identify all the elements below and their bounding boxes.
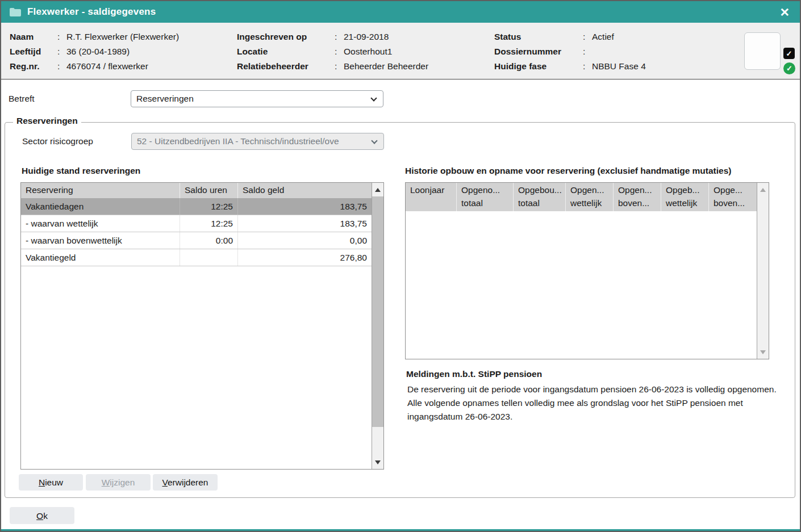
naam-value: R.T. Flexwerker (Flexwerker) — [66, 30, 179, 44]
header-column-3: Status:Actief Dossiernummer: Huidige fas… — [494, 30, 646, 74]
scroll-up-icon[interactable] — [372, 183, 383, 196]
relatiebeheerder-value: Beheerder Beheerder — [344, 59, 428, 74]
field-label: Leeftijd — [10, 44, 57, 59]
sector-risicogroep-row: Sector risicogroep 52 - Uitzendbedrijven… — [22, 133, 384, 150]
nieuw-button[interactable]: Nieuw — [19, 474, 83, 491]
column-header-loonjaar[interactable]: Loonjaar — [406, 183, 457, 211]
table-header-row: Loonjaar Opgeno...totaal Opgebou...totaa… — [406, 183, 757, 211]
meldingen-title: Meldingen m.b.t. StiPP pensioen — [406, 369, 542, 379]
historie-table-body: Loonjaar Opgeno...totaal Opgebou...totaa… — [406, 183, 757, 359]
verwijderen-button[interactable]: Verwijderen — [153, 474, 218, 491]
column-header-opgenomen-bovenwettelijk[interactable]: Opgen...boven... — [614, 183, 661, 211]
locatie-value: Oosterhout1 — [344, 44, 428, 59]
meldingen-text: De reservering uit de periode voor ingan… — [407, 383, 778, 424]
column-header-opgenomen-wettelijk[interactable]: Opgen...wettelijk — [566, 183, 614, 211]
column-header-opgebouwd-totaal[interactable]: Opgebou...totaal — [514, 183, 566, 211]
reserveringen-groupbox: Reserveringen Sector risicogroep 52 - Ui… — [5, 122, 795, 498]
folder-icon — [9, 7, 22, 17]
field-label: Naam — [10, 30, 57, 44]
window-title: Flexwerker - saldigegevens — [27, 6, 156, 18]
betreft-row: Betreft Reserveringen — [9, 90, 383, 107]
photo-placeholder — [744, 32, 781, 70]
table-row-vakantiegeld[interactable]: Vakantiegeld 276,80 — [21, 249, 372, 266]
huidige-stand-table: Reservering Saldo uren Saldo geld Vakant… — [20, 182, 384, 470]
historie-table: Loonjaar Opgeno...totaal Opgebou...totaa… — [405, 182, 769, 359]
field-label: Relatiebeheerder — [237, 59, 335, 74]
leeftijd-value: 36 (20-04-1989) — [66, 44, 179, 59]
chevron-down-icon — [370, 95, 377, 101]
table-row-vakantiedagen[interactable]: Vakantiedagen 12:25 183,75 — [21, 198, 372, 215]
ok-button[interactable]: Ok — [10, 507, 74, 524]
field-label: Reg.nr. — [10, 59, 57, 74]
huidige-stand-title: Huidige stand reserveringen — [22, 166, 140, 176]
huidige-stand-scrollbar[interactable] — [372, 183, 383, 469]
field-label: Status — [494, 30, 583, 44]
historie-scrollbar[interactable] — [757, 183, 769, 359]
sector-selected-value: 52 - Uitzendbedrijven IIA - Technisch/in… — [137, 136, 339, 146]
betreft-selected-value: Reserveringen — [136, 94, 194, 103]
dossiernummer-value — [592, 44, 646, 59]
scroll-down-icon[interactable] — [372, 455, 383, 469]
column-header-saldo-geld[interactable]: Saldo geld — [238, 183, 372, 198]
ingeschreven-op-value: 21-09-2018 — [344, 30, 428, 44]
scroll-up-icon[interactable] — [757, 183, 769, 196]
wijzigen-button: Wijzigen — [86, 474, 151, 491]
status-ok-icon: ✓ — [783, 62, 795, 74]
field-label: Dossiernummer — [494, 44, 583, 59]
header-column-1: Naam:R.T. Flexwerker (Flexwerker) Leefti… — [10, 30, 179, 74]
column-header-reservering[interactable]: Reservering — [21, 183, 180, 198]
window-bottom-accent — [1, 529, 800, 531]
table-row-waarvan-wettelijk[interactable]: - waarvan wettelijk 12:25 183,75 — [21, 215, 372, 232]
status-value: Actief — [592, 30, 646, 44]
column-header-opgenomen-totaal[interactable]: Opgeno...totaal — [457, 183, 514, 211]
close-icon[interactable]: ✕ — [777, 5, 792, 19]
sector-risicogroep-label: Sector risicogroep — [22, 133, 131, 150]
check-icon: ✓ — [786, 64, 792, 73]
chevron-down-icon — [371, 137, 377, 144]
field-label: Locatie — [237, 44, 335, 59]
table-header-row: Reservering Saldo uren Saldo geld — [21, 183, 372, 198]
titlebar: Flexwerker - saldigegevens ✕ — [1, 1, 800, 23]
sector-risicogroep-select: 52 - Uitzendbedrijven IIA - Technisch/in… — [131, 133, 384, 150]
employee-header-panel: Naam:R.T. Flexwerker (Flexwerker) Leefti… — [1, 23, 800, 79]
scroll-down-icon[interactable] — [757, 345, 769, 359]
betreft-select[interactable]: Reserveringen — [131, 90, 383, 107]
column-header-opgebouwd-wettelijk[interactable]: Opgeb...wettelijk — [661, 183, 709, 211]
betreft-label: Betreft — [9, 90, 131, 107]
table-row-waarvan-bovenwettelijk[interactable]: - waarvan bovenwettelijk 0:00 0,00 — [21, 232, 372, 249]
header-checkbox[interactable]: ✓ — [783, 48, 795, 59]
scrollbar-thumb[interactable] — [372, 196, 383, 427]
column-header-saldo-uren[interactable]: Saldo uren — [180, 183, 238, 198]
check-icon: ✓ — [786, 49, 792, 58]
huidige-fase-value: NBBU Fase 4 — [592, 59, 646, 74]
dialog-flexwerker-saldigegevens: Flexwerker - saldigegevens ✕ Naam:R.T. F… — [0, 0, 801, 532]
field-label: Ingeschreven op — [237, 30, 335, 44]
groupbox-legend: Reserveringen — [13, 116, 81, 126]
header-column-2: Ingeschreven op:21-09-2018 Locatie:Ooste… — [237, 30, 428, 74]
regnr-value: 4676074 / flexwerker — [66, 59, 179, 74]
field-label: Huidige fase — [494, 59, 583, 74]
column-header-opgebouwd-bovenwettelijk[interactable]: Opge...boven... — [709, 183, 757, 211]
huidige-stand-table-body: Reservering Saldo uren Saldo geld Vakant… — [21, 183, 372, 469]
historie-title: Historie opbouw en opname voor reserveri… — [405, 166, 732, 176]
